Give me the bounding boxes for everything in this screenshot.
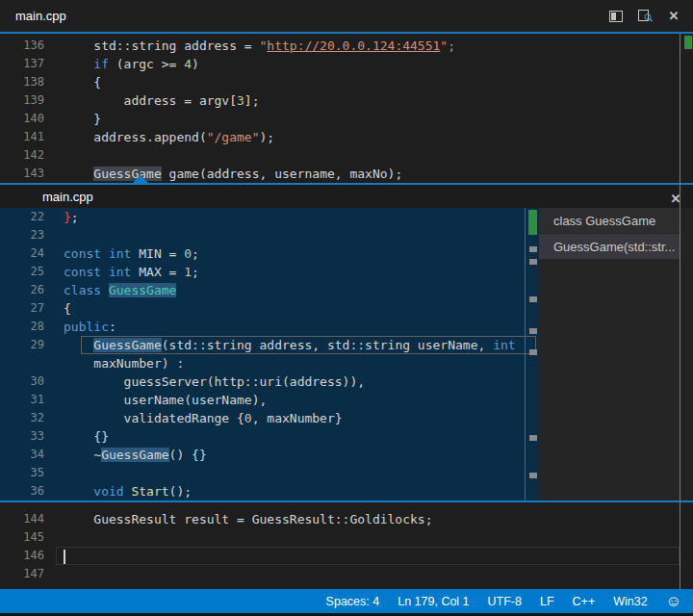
line-number[interactable]: 35 [0,464,44,482]
code-line-36[interactable]: 36 void Start(); [0,482,539,500]
code-text[interactable] [44,565,680,583]
code-line-138[interactable]: 138 { [0,73,680,91]
code-text[interactable] [44,226,539,244]
line-number[interactable]: 143 [0,165,44,183]
line-number[interactable]: 141 [0,128,44,146]
code-text[interactable]: } [44,110,680,128]
code-text[interactable]: if (argc >= 4) [44,55,680,73]
status-item[interactable]: Ln 179, Col 1 [398,595,469,608]
code-text[interactable]: { [44,73,680,91]
split-editor-icon[interactable] [606,7,626,26]
code-line-137[interactable]: 137 if (argc >= 4) [0,55,680,73]
line-number[interactable]: 31 [0,391,44,409]
code-text[interactable]: public: [44,318,539,336]
code-line-31[interactable]: 31 userName(userName), [0,391,539,409]
code-line-142[interactable]: 142 [0,146,680,165]
peek-results-scrollbar-strip[interactable] [680,208,693,500]
code-line-24[interactable]: 24const int MIN = 0; [0,244,539,263]
code-line-146[interactable]: 146 [0,547,680,565]
code-text[interactable]: std::string address = "http://20.0.0.124… [44,37,680,55]
code-line-22[interactable]: 22}; [0,208,539,226]
code-text[interactable]: maxNumber) : [44,354,539,372]
code-line-25[interactable]: 25const int MAX = 1; [0,263,539,281]
code-line-28[interactable]: 28public: [0,318,539,336]
code-text[interactable]: address.append("/game"); [44,128,680,146]
line-number[interactable]: 145 [0,528,44,547]
code-line-30[interactable]: 30 guessServer(http::uri(address)), [0,372,539,391]
code-text[interactable] [44,146,680,165]
line-number[interactable]: 144 [0,510,44,528]
line-number[interactable]: 136 [0,37,44,55]
overview-ruler-divider[interactable] [680,34,680,589]
open-preview-icon[interactable] [635,7,654,26]
editor-top[interactable]: 136 std::string address = "http://20.0.0… [0,34,680,183]
line-number[interactable]: 28 [0,318,44,336]
code-text[interactable]: GuessGame(std::string address, std::stri… [44,336,539,354]
code-text[interactable]: }; [44,208,539,226]
line-number[interactable]: 26 [0,281,44,299]
code-line-26[interactable]: 26class GuessGame [0,281,539,299]
line-number[interactable] [0,354,44,372]
line-number[interactable]: 30 [0,372,44,391]
editor-bottom[interactable]: 144 GuessResult result = GuessResult::Go… [0,502,680,583]
code-text[interactable]: const int MIN = 0; [44,244,539,263]
status-item[interactable]: Spaces: 4 [326,595,380,608]
line-number[interactable]: 137 [0,55,44,73]
line-number[interactable]: 147 [0,565,44,583]
code-line-35[interactable]: 35 [0,464,539,482]
line-number[interactable]: 142 [0,146,44,165]
line-number[interactable]: 139 [0,91,44,110]
code-text[interactable]: void Start(); [44,482,539,500]
line-number[interactable]: 27 [0,299,44,318]
status-item[interactable]: C++ [573,595,596,608]
code-line-29[interactable]: 29 GuessGame(std::string address, std::s… [0,336,539,354]
close-editor-icon[interactable]: ✕ [664,7,683,26]
line-number[interactable]: 33 [0,427,44,446]
code-line-141[interactable]: 141 address.append("/game"); [0,128,680,146]
status-item[interactable]: Win32 [613,595,647,608]
code-text[interactable]: userName(userName), [44,391,539,409]
line-number[interactable]: 36 [0,482,44,500]
code-text[interactable] [44,528,680,547]
code-text[interactable]: { [44,299,539,318]
line-number[interactable]: 24 [0,244,44,263]
tab-main-cpp[interactable]: main.cpp [0,0,82,32]
code-text[interactable]: const int MAX = 1; [44,263,539,281]
peek-close-icon[interactable]: ✕ [666,187,685,210]
code-line-33[interactable]: 33 {} [0,427,539,446]
code-line-136[interactable]: 136 std::string address = "http://20.0.0… [0,37,680,55]
code-text[interactable]: guessServer(http::uri(address)), [44,372,539,391]
code-line-140[interactable]: 140 } [0,110,680,128]
code-line-143[interactable]: 143 GuessGame game(address, username, ma… [0,165,680,183]
code-line-32[interactable]: 32 validatedRange {0, maxNumber} [0,409,539,427]
code-text[interactable] [44,464,539,482]
code-line-27[interactable]: 27{ [0,299,539,318]
line-number[interactable]: 29 [0,336,44,354]
line-number[interactable]: 23 [0,226,44,244]
code-text[interactable]: class GuessGame [44,281,539,299]
code-line-147[interactable]: 147 [0,565,680,583]
peek-editor[interactable]: 22};2324const int MIN = 0;25const int MA… [0,208,539,500]
code-line-34[interactable]: 34 ~GuessGame() {} [0,446,539,464]
code-text[interactable]: validatedRange {0, maxNumber} [44,409,539,427]
line-number[interactable]: 140 [0,110,44,128]
code-text[interactable]: address = argv[3]; [44,91,680,110]
line-number[interactable]: 146 [0,547,44,565]
code-line-145[interactable]: 145 [0,528,680,547]
line-number[interactable]: 25 [0,263,44,281]
status-item[interactable]: UTF-8 [488,595,522,608]
code-line-139[interactable]: 139 address = argv[3]; [0,91,680,110]
reference-item-class-guessgame[interactable]: class GuessGame [539,208,680,233]
code-line-144[interactable]: 144 GuessResult result = GuessResult::Go… [0,510,680,528]
code-line-wrap[interactable]: maxNumber) : [0,354,539,372]
line-number[interactable]: 34 [0,446,44,464]
feedback-smiley-icon[interactable]: ☺ [666,594,681,609]
code-text[interactable] [44,547,680,565]
code-line-23[interactable]: 23 [0,226,539,244]
code-text[interactable]: GuessResult result = GuessResult::Goldil… [44,510,680,528]
line-number[interactable]: 22 [0,208,44,226]
status-item[interactable]: LF [540,595,554,608]
code-text[interactable]: ~GuessGame() {} [44,446,539,464]
code-text[interactable]: {} [44,427,539,446]
reference-item-guessgame-ctor[interactable]: GuessGame(std::str... [539,234,680,259]
